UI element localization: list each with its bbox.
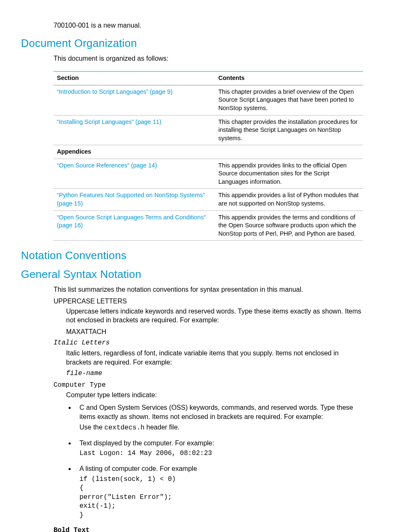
term-italic: Italic Letters	[54, 339, 361, 348]
table-row-appendices: Appendices	[54, 145, 363, 159]
section-contents: This appendix provides the terms and con…	[215, 211, 363, 241]
bullet-text: Text displayed by the computer. For exam…	[79, 439, 214, 447]
section-contents: This appendix provides links to the offi…	[215, 159, 363, 189]
section-link[interactable]: “Python Features Not Supported on NonSto…	[54, 189, 215, 211]
section-contents: This chapter provides the installation p…	[215, 115, 363, 145]
example-uppercase: MAXATTACH	[66, 327, 361, 337]
table-row: “Open Source References” (page 14) This …	[54, 159, 363, 189]
heading-notation-conventions: Notation Conventions	[21, 248, 361, 263]
code-inline: cextdecs.h	[105, 424, 145, 432]
bullet-subtext: Use the cextdecs.h header file.	[79, 423, 361, 433]
section-contents: This chapter provides a brief overview o…	[215, 85, 363, 115]
heading-general-syntax-notation: General Syntax Notation	[21, 267, 361, 282]
syntax-intro: This list summarizes the notation conven…	[54, 285, 361, 294]
term-bold: Bold Text	[54, 526, 361, 532]
code-block: if (listen(sock, 1) < 0) { perror("Liste…	[79, 475, 361, 520]
table-row: “Python Features Not Supported on NonSto…	[54, 189, 363, 211]
table-row: “Installing Script Languages” (page 11) …	[54, 115, 363, 145]
section-contents: This appendix provides a list of Python …	[215, 189, 363, 211]
table-header-contents: Contents	[215, 72, 363, 85]
docorg-intro: This document is organized as follows:	[54, 54, 361, 63]
text-fragment: Use the	[79, 424, 105, 431]
text-fragment: header file.	[145, 424, 180, 431]
list-item: C and Open System Services (OSS) keyword…	[75, 403, 361, 433]
term-uppercase: UPPERCASE LETTERS	[54, 297, 361, 306]
def-uppercase: Uppercase letters indicate keywords and …	[66, 307, 361, 325]
intro-line: 700100-001 is a new manual.	[54, 21, 361, 30]
def-computer-type: Computer type letters indicate:	[66, 391, 361, 400]
section-link[interactable]: “Installing Script Languages” (page 11)	[54, 115, 215, 145]
bullet-text: A listing of computer code. For example	[79, 465, 197, 472]
example-italic: file-name	[66, 369, 361, 378]
table-header-section: Section	[54, 72, 215, 85]
section-link[interactable]: “Open Source Script Languages Terms and …	[54, 211, 215, 241]
computer-type-list: C and Open System Services (OSS) keyword…	[75, 403, 361, 520]
section-link[interactable]: “Open Source References” (page 14)	[54, 159, 215, 189]
organization-table: Section Contents “Introduction to Script…	[54, 71, 363, 241]
section-link[interactable]: “Introduction to Script Languages” (page…	[54, 85, 215, 115]
table-row: “Open Source Script Languages Terms and …	[54, 211, 363, 241]
table-row: “Introduction to Script Languages” (page…	[54, 85, 363, 115]
def-italic: Italic letters, regardless of font, indi…	[66, 349, 361, 367]
bullet-text: C and Open System Services (OSS) keyword…	[79, 404, 353, 420]
term-computer-type: Computer Type	[54, 381, 361, 390]
list-item: Text displayed by the computer. For exam…	[75, 439, 361, 458]
heading-document-organization: Document Organization	[21, 36, 361, 51]
appendices-label: Appendices	[54, 145, 363, 159]
code-block: Last Logon: 14 May 2006, 08:02:23	[79, 449, 361, 458]
list-item: A listing of computer code. For example …	[75, 464, 361, 520]
